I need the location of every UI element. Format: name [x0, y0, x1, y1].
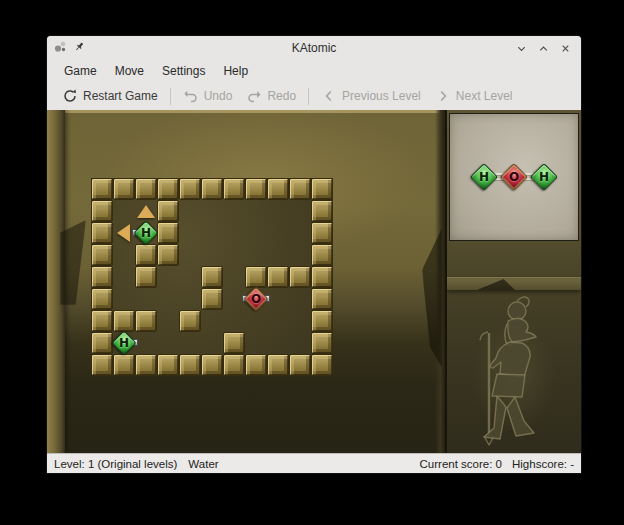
wall-tile — [91, 310, 113, 332]
wall-tile — [91, 222, 113, 244]
toolbar: Restart GameUndoRedoPrevious LevelNext L… — [47, 82, 581, 110]
atom-symbol: H — [532, 165, 556, 189]
toolbar-undo-button: Undo — [176, 85, 240, 107]
left-pillar-shadow — [60, 220, 86, 305]
wall-tile — [201, 266, 223, 288]
side-panel: HOH — [445, 110, 581, 453]
wall-tile — [135, 310, 157, 332]
wall-tile — [201, 354, 223, 376]
atom-symbol: H — [472, 165, 496, 189]
atom-oxygen[interactable]: O — [245, 288, 267, 310]
wall-tile — [289, 354, 311, 376]
app-icon — [54, 39, 67, 57]
menu-bar: GameMoveSettingsHelp — [47, 60, 581, 82]
wall-tile — [113, 178, 135, 200]
status-molecule: Water — [188, 458, 218, 470]
game-area: HOH HOH — [47, 110, 581, 453]
wall-tile — [91, 178, 113, 200]
status-score: Current score: 0 — [420, 458, 502, 470]
atom-hydrogen[interactable]: H — [113, 332, 135, 354]
wall-tile — [311, 200, 333, 222]
wall-tile — [311, 288, 333, 310]
wall-tile — [91, 288, 113, 310]
toolbar-next-level-button: Next Level — [428, 85, 520, 107]
wall-tile — [157, 200, 179, 222]
toolbar-button-label: Previous Level — [342, 89, 421, 103]
wall-tile — [267, 266, 289, 288]
wall-tile — [135, 266, 157, 288]
restart-icon — [62, 88, 78, 104]
wall-tile — [91, 354, 113, 376]
pin-icon[interactable] — [73, 39, 86, 57]
wall-tile — [311, 178, 333, 200]
minimize-button[interactable] — [514, 41, 528, 55]
menu-item-move[interactable]: Move — [106, 62, 153, 80]
wall-tile — [311, 310, 333, 332]
wall-tile — [267, 178, 289, 200]
undo-icon — [183, 88, 199, 104]
atom-hydrogen[interactable]: H — [135, 222, 157, 244]
menu-item-settings[interactable]: Settings — [153, 62, 214, 80]
katomic-window: KAtomic GameMoveSettingsHelp Restart Gam… — [47, 36, 581, 473]
chevron-left-icon — [321, 88, 337, 104]
toolbar-button-label: Undo — [204, 89, 233, 103]
move-arrow-up[interactable] — [137, 205, 155, 218]
wall-tile — [135, 244, 157, 266]
wall-tile — [311, 222, 333, 244]
wall-tile — [289, 266, 311, 288]
toolbar-previous-level-button: Previous Level — [314, 85, 428, 107]
menu-item-help[interactable]: Help — [214, 62, 257, 80]
atom-symbol: O — [245, 288, 267, 310]
board-top-highlight — [47, 110, 445, 113]
right-pillar-shadow — [422, 228, 442, 368]
toolbar-button-label: Next Level — [456, 89, 513, 103]
egyptian-figure-icon — [455, 288, 573, 448]
title-bar[interactable]: KAtomic — [47, 36, 581, 60]
wall-tile — [311, 332, 333, 354]
toolbar-button-label: Restart Game — [83, 89, 158, 103]
wall-tile — [223, 178, 245, 200]
wall-tile — [157, 244, 179, 266]
toolbar-restart-game-button[interactable]: Restart Game — [55, 85, 165, 107]
wall-tile — [311, 266, 333, 288]
chevron-right-icon — [435, 88, 451, 104]
wall-tile — [113, 354, 135, 376]
wall-tile — [91, 332, 113, 354]
wall-tile — [179, 178, 201, 200]
game-board: HOH — [47, 110, 445, 453]
wall-tile — [201, 288, 223, 310]
maximize-button[interactable] — [536, 41, 550, 55]
wall-tile — [157, 222, 179, 244]
wall-tile — [267, 354, 289, 376]
wall-tile — [179, 310, 201, 332]
atom-hydrogen: H — [472, 165, 496, 189]
atom-hydrogen: H — [532, 165, 556, 189]
molecule-preview: HOH — [449, 113, 579, 241]
wall-tile — [91, 244, 113, 266]
toolbar-separator — [308, 88, 309, 105]
menu-item-game[interactable]: Game — [55, 62, 106, 80]
wall-tile — [91, 200, 113, 222]
wall-tile — [245, 354, 267, 376]
atom-symbol: O — [502, 165, 526, 189]
atom-oxygen: O — [502, 165, 526, 189]
wall-tile — [223, 354, 245, 376]
status-highscore: Highscore: - — [512, 458, 574, 470]
atom-symbol: H — [135, 222, 157, 244]
wall-tile — [311, 354, 333, 376]
close-button[interactable] — [558, 41, 572, 55]
wall-tile — [135, 354, 157, 376]
egyptian-relief — [455, 288, 573, 448]
toolbar-separator — [170, 88, 171, 105]
wall-tile — [223, 332, 245, 354]
wall-tile — [245, 178, 267, 200]
status-bar: Level: 1 (Original levels) Water Current… — [47, 453, 581, 473]
move-arrow-left[interactable] — [117, 224, 130, 242]
status-level: Level: 1 (Original levels) — [54, 458, 177, 470]
redo-icon — [246, 88, 262, 104]
toolbar-button-label: Redo — [267, 89, 296, 103]
target-molecule: HOH — [472, 165, 556, 189]
wall-tile — [245, 266, 267, 288]
wall-tile — [113, 310, 135, 332]
wall-tile — [201, 178, 223, 200]
